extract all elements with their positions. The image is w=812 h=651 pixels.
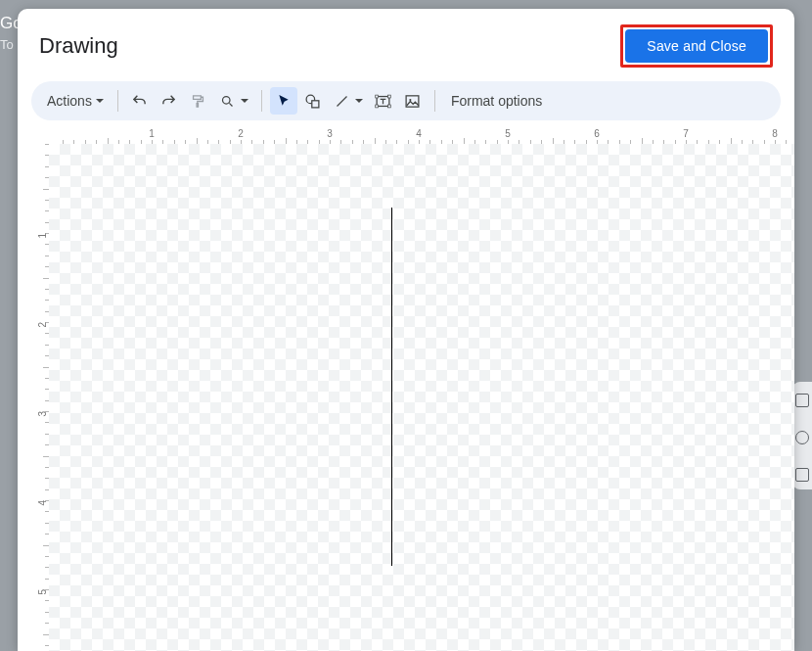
image-icon bbox=[404, 93, 421, 110]
shapes-icon bbox=[304, 93, 321, 110]
format-options-button[interactable]: Format options bbox=[443, 89, 550, 113]
text-box-button[interactable] bbox=[370, 87, 397, 115]
line-icon bbox=[335, 94, 349, 109]
sidepanel-icon-3 bbox=[795, 468, 809, 482]
background-secondary: To bbox=[0, 37, 14, 52]
svg-rect-2 bbox=[312, 100, 319, 107]
line-tool-button[interactable] bbox=[329, 87, 368, 115]
save-button-highlight: Save and Close bbox=[620, 24, 773, 68]
svg-point-0 bbox=[222, 96, 230, 104]
redo-button[interactable] bbox=[156, 87, 183, 115]
toolbar-separator bbox=[434, 90, 435, 112]
ruler-and-canvas: 12345678 12345 bbox=[18, 126, 794, 651]
horizontal-ruler: 12345678 bbox=[49, 126, 794, 144]
undo-icon bbox=[131, 93, 148, 110]
toolbar: Actions bbox=[31, 81, 781, 120]
sidepanel-icon-2 bbox=[795, 431, 809, 444]
svg-rect-6 bbox=[376, 105, 379, 108]
svg-rect-7 bbox=[388, 105, 391, 108]
image-button[interactable] bbox=[399, 87, 427, 115]
sidepanel-icon-1 bbox=[795, 394, 809, 407]
vertical-ruler: 12345 bbox=[31, 144, 49, 651]
redo-icon bbox=[160, 93, 177, 110]
text-box-icon bbox=[375, 93, 391, 110]
svg-rect-5 bbox=[388, 95, 391, 98]
toolbar-separator bbox=[261, 90, 262, 112]
select-tool-button[interactable] bbox=[270, 87, 297, 115]
zoom-icon bbox=[220, 94, 235, 109]
chevron-down-icon bbox=[355, 99, 363, 103]
actions-menu-button[interactable]: Actions bbox=[41, 89, 110, 113]
save-and-close-button[interactable]: Save and Close bbox=[625, 29, 768, 63]
paint-format-button[interactable] bbox=[185, 87, 212, 115]
drawing-dialog: Drawing Save and Close Actions bbox=[18, 9, 794, 651]
toolbar-separator bbox=[117, 90, 118, 112]
svg-rect-4 bbox=[376, 95, 379, 98]
chevron-down-icon bbox=[241, 99, 248, 103]
shape-tool-button[interactable] bbox=[299, 87, 327, 115]
zoom-button[interactable] bbox=[214, 87, 253, 115]
chevron-down-icon bbox=[96, 99, 104, 103]
undo-button[interactable] bbox=[126, 87, 154, 115]
actions-menu-label: Actions bbox=[47, 93, 92, 109]
dialog-title: Drawing bbox=[39, 33, 118, 59]
dialog-header: Drawing Save and Close bbox=[18, 9, 794, 81]
svg-rect-8 bbox=[407, 95, 420, 106]
drawn-vertical-line[interactable] bbox=[391, 208, 392, 566]
background-sidepanel bbox=[792, 382, 812, 489]
cursor-icon bbox=[276, 93, 292, 109]
paint-roller-icon bbox=[190, 93, 206, 110]
drawing-canvas[interactable] bbox=[49, 144, 794, 651]
